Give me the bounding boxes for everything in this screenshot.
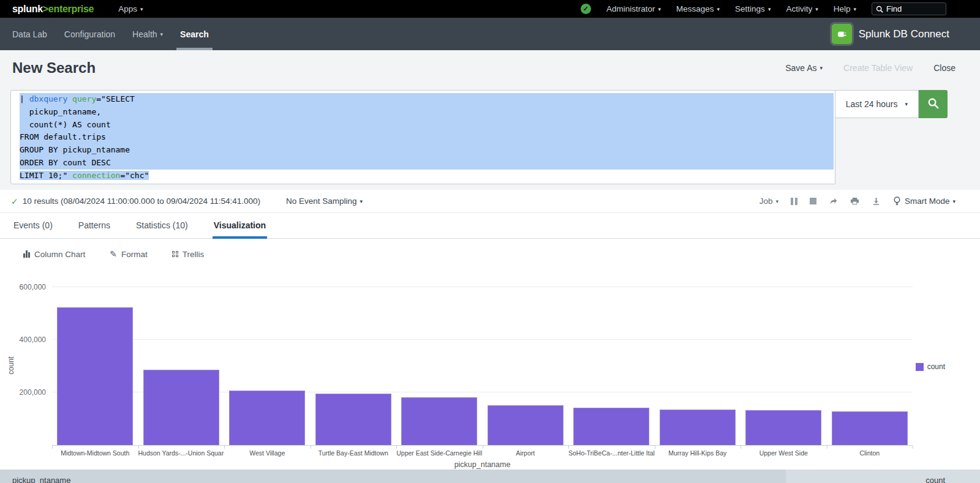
- logo-product: enterprise: [48, 4, 94, 14]
- chart-bar-slot: [568, 274, 655, 445]
- topnav-menu-messages[interactable]: Messages▾: [676, 4, 720, 13]
- header-actions: Save As▾ Create Table View Close: [785, 63, 956, 73]
- chevron-down-icon: ▾: [853, 6, 856, 12]
- chart-bar[interactable]: [660, 410, 736, 445]
- y-axis-tick-label: 400,000: [20, 335, 46, 344]
- splunk-search-page: splunk>enterprise Apps ▾ ✓ Administrator…: [0, 0, 980, 483]
- appnav-item-label: Data Lab: [12, 29, 47, 39]
- tab-events-0-[interactable]: Events (0): [12, 220, 54, 238]
- query-line-text: | dbxquery query="SELECT: [20, 93, 834, 106]
- stop-button[interactable]: [810, 198, 816, 204]
- topnav-menu-help[interactable]: Help▾: [834, 4, 856, 13]
- chevron-down-icon: ▾: [360, 198, 363, 204]
- chart-bar-slot: [655, 274, 741, 445]
- appnav-item-data-lab[interactable]: Data Lab: [4, 18, 56, 50]
- page-header: New Search Save As▾ Create Table View Cl…: [0, 50, 980, 86]
- appnav-item-health[interactable]: Health▾: [124, 18, 172, 50]
- x-axis-category-label: West Village: [224, 449, 311, 457]
- query-line: FROM default.trips: [12, 131, 834, 144]
- table-header-count[interactable]: count: [786, 470, 980, 483]
- chart-bar-slot: [311, 274, 397, 445]
- viz-toolbar: Column Chart ✎ Format Trellis: [0, 239, 980, 269]
- app-title[interactable]: Splunk DB Connect: [859, 28, 949, 40]
- chart-bar[interactable]: [143, 370, 219, 445]
- search-submit-button[interactable]: [919, 90, 948, 118]
- x-axis-tick: [568, 446, 569, 449]
- search-icon: [876, 6, 883, 13]
- x-axis-category-label: Murray Hill-Kips Bay: [655, 449, 741, 457]
- x-axis-tick: [224, 446, 225, 449]
- save-as-button[interactable]: Save As▾: [785, 63, 823, 73]
- page-title: New Search: [12, 59, 96, 77]
- tab-patterns[interactable]: Patterns: [77, 220, 111, 238]
- appnav-item-label: Configuration: [64, 29, 115, 39]
- x-axis-tick: [396, 446, 397, 449]
- pencil-icon: ✎: [110, 249, 117, 259]
- topnav-menu-administrator[interactable]: Administrator▾: [606, 4, 661, 13]
- chevron-down-icon: ▾: [952, 198, 956, 204]
- search-icon: [927, 97, 939, 111]
- download-icon[interactable]: [872, 197, 881, 206]
- chart-bar-slot: [52, 274, 138, 445]
- tab-statistics-10-[interactable]: Statistics (10): [135, 220, 189, 238]
- x-axis-category-label: SoHo-TriBeCa-...nter-Little Italy: [568, 449, 655, 457]
- job-menu[interactable]: Job▾: [760, 197, 778, 206]
- y-axis-tick-label: 600,000: [20, 283, 46, 291]
- chart-bar[interactable]: [229, 391, 305, 445]
- chart-tickrow: [52, 445, 913, 449]
- apps-menu-label: Apps: [118, 4, 137, 13]
- tab-visualization[interactable]: Visualization: [213, 220, 267, 238]
- lightbulb-icon: [893, 197, 901, 206]
- health-status-icon[interactable]: ✓: [581, 4, 591, 14]
- chart-bar[interactable]: [401, 397, 477, 445]
- smart-mode-menu[interactable]: Smart Mode▾: [893, 197, 956, 206]
- query-editor[interactable]: | dbxquery query="SELECT pickup_ntaname,…: [10, 90, 835, 184]
- chart-type-button[interactable]: Column Chart: [23, 250, 85, 259]
- trellis-button[interactable]: Trellis: [172, 250, 205, 259]
- chart-bar[interactable]: [573, 408, 649, 446]
- search-controls: Last 24 hours ▾: [835, 90, 948, 118]
- appnav-items: Data LabConfigurationHealth▾Search: [4, 18, 217, 50]
- chevron-down-icon: ▾: [768, 6, 771, 12]
- topnav-menu-settings[interactable]: Settings▾: [735, 4, 771, 13]
- x-axis-title: pickup_ntaname: [52, 460, 913, 469]
- x-axis-tick: [138, 446, 139, 449]
- db-connect-plug-icon[interactable]: [832, 24, 852, 44]
- close-button[interactable]: Close: [933, 63, 956, 73]
- chart-plot: 200,000400,000600,000: [52, 274, 913, 445]
- chart-bars: [52, 274, 913, 445]
- appnav-item-search[interactable]: Search: [172, 18, 217, 50]
- chart-bar-slot: [483, 274, 569, 445]
- format-button[interactable]: ✎ Format: [110, 249, 148, 259]
- chart-bar[interactable]: [57, 307, 133, 445]
- pause-button[interactable]: [791, 198, 797, 205]
- chevron-down-icon: ▾: [140, 6, 143, 12]
- topnav-menu-activity[interactable]: Activity▾: [786, 4, 818, 13]
- query-line-text: pickup_ntaname,: [20, 106, 834, 119]
- chart-bar[interactable]: [315, 394, 391, 445]
- chart-bar[interactable]: [488, 405, 564, 445]
- print-icon[interactable]: [850, 197, 859, 206]
- chevron-down-icon: ▾: [815, 6, 818, 12]
- time-range-label: Last 24 hours: [846, 99, 898, 109]
- time-range-picker[interactable]: Last 24 hours ▾: [835, 90, 919, 118]
- appnav-item-configuration[interactable]: Configuration: [56, 18, 124, 50]
- splunk-logo[interactable]: splunk>enterprise: [12, 4, 94, 15]
- event-sampling-menu[interactable]: No Event Sampling▾: [286, 197, 363, 206]
- apps-menu[interactable]: Apps ▾: [118, 4, 143, 13]
- results-info-bar: ✓ 10 results (08/04/2024 11:00:00.000 to…: [0, 190, 980, 213]
- find-search-box[interactable]: [872, 2, 946, 15]
- chart-bar[interactable]: [745, 410, 821, 445]
- x-axis-tick: [483, 446, 483, 449]
- share-icon[interactable]: [829, 197, 838, 206]
- grid-icon: [172, 251, 178, 257]
- chart-bar[interactable]: [832, 411, 908, 445]
- x-axis-category-label: Upper West Side: [741, 449, 827, 457]
- search-bar-section: | dbxquery query="SELECT pickup_ntaname,…: [0, 86, 980, 190]
- query-line: pickup_ntaname,: [12, 106, 834, 119]
- find-input[interactable]: [886, 4, 942, 13]
- chevron-down-icon: ▾: [160, 31, 164, 37]
- column-chart-icon: [23, 250, 30, 258]
- table-header-pickup-ntaname[interactable]: pickup_ntaname: [0, 470, 786, 483]
- chart-legend[interactable]: count: [916, 362, 945, 371]
